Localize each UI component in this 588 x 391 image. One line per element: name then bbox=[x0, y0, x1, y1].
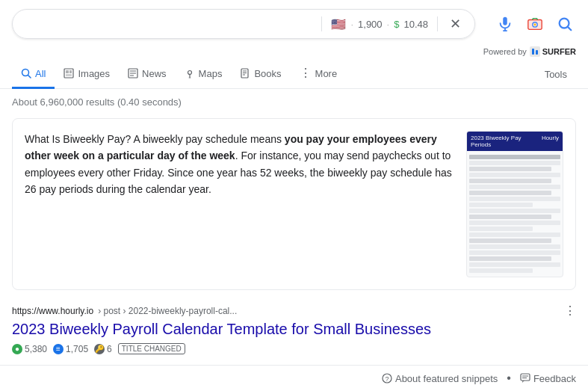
table-row-line bbox=[469, 197, 560, 201]
search-divider bbox=[321, 16, 322, 31]
table-row-line bbox=[469, 227, 533, 231]
table-row-line bbox=[469, 256, 551, 261]
tab-images-label: Images bbox=[78, 68, 110, 79]
surfer-icon bbox=[530, 46, 540, 57]
meta-item-3: 🔑 6 bbox=[94, 344, 112, 354]
result-breadcrumb: › post › 2022-biweekly-payroll-cal... bbox=[98, 306, 237, 316]
about-snippets-label: About featured snippets bbox=[395, 373, 498, 384]
svg-rect-13 bbox=[64, 69, 73, 78]
svg-rect-14 bbox=[66, 70, 69, 73]
about-snippets-link[interactable]: ? About featured snippets bbox=[382, 373, 498, 384]
table-row-line bbox=[469, 268, 533, 273]
snippet-image[interactable]: 2023 Biweekly Pay Periods Hourly bbox=[466, 131, 563, 277]
tab-maps[interactable]: Maps bbox=[176, 61, 232, 89]
snippet-image-body bbox=[467, 151, 563, 277]
image-subtitle: Hourly bbox=[542, 135, 559, 148]
table-row-line bbox=[469, 161, 560, 165]
table-row-line bbox=[469, 179, 551, 183]
nav-tabs-right: Tools bbox=[536, 61, 576, 87]
powered-by-row: Powered by SURFER bbox=[0, 45, 588, 60]
camera-button[interactable] bbox=[524, 13, 546, 35]
meta-item-1: ● 5,380 bbox=[12, 344, 47, 354]
table-row-line bbox=[469, 238, 551, 243]
dollar-icon: $ bbox=[394, 19, 399, 30]
table-row-line bbox=[469, 191, 551, 195]
tab-news[interactable]: News bbox=[119, 61, 176, 89]
mic-button[interactable] bbox=[494, 13, 516, 35]
meta-value-1: 5,380 bbox=[25, 344, 47, 354]
tab-books-label: Books bbox=[254, 68, 281, 79]
svg-rect-16 bbox=[66, 74, 72, 76]
meta-value-3: 6 bbox=[107, 344, 112, 354]
result-title-link[interactable]: 2023 Biweekly Payroll Calendar Template … bbox=[12, 319, 576, 339]
meta-dot-2: · bbox=[387, 19, 390, 30]
table-row-line bbox=[469, 221, 560, 225]
snippet-image-header: 2023 Biweekly Pay Periods Hourly bbox=[467, 132, 563, 151]
tab-all-label: All bbox=[35, 68, 46, 79]
table-row-line bbox=[469, 203, 533, 207]
table-row-line bbox=[469, 155, 560, 159]
feedback-link[interactable]: Feedback bbox=[520, 373, 576, 384]
tab-books[interactable]: Books bbox=[231, 61, 290, 89]
bottom-bar: ? About featured snippets • Feedback bbox=[0, 365, 588, 391]
meta-item-2: ≡ 1,705 bbox=[53, 344, 88, 354]
search-action-icons bbox=[494, 13, 576, 35]
books-tab-icon bbox=[240, 68, 250, 78]
search-button[interactable] bbox=[554, 13, 576, 35]
svg-rect-10 bbox=[536, 50, 538, 55]
search-tab-icon bbox=[21, 68, 31, 78]
meta-icon-blue: ≡ bbox=[53, 344, 64, 354]
result-more-button[interactable]: ⋮ bbox=[564, 304, 576, 318]
tab-images[interactable]: Images bbox=[55, 61, 119, 89]
meta-value-2: 1,705 bbox=[66, 344, 88, 354]
svg-rect-0 bbox=[503, 17, 507, 25]
featured-snippet: What Is Biweekly Pay? A biweekly pay sch… bbox=[12, 118, 576, 290]
result-meta: ● 5,380 ≡ 1,705 🔑 6 TITLE CHANGED bbox=[12, 343, 576, 354]
title-changed-badge: TITLE CHANGED bbox=[118, 343, 185, 354]
more-dots-icon: ⋮ bbox=[300, 67, 312, 79]
tab-more-label: More bbox=[315, 68, 338, 79]
snippet-text: What Is Biweekly Pay? A biweekly pay sch… bbox=[25, 131, 454, 198]
table-row-line bbox=[469, 244, 560, 249]
tab-news-label: News bbox=[142, 68, 167, 79]
table-row-line bbox=[469, 173, 560, 177]
flag-icon: 🇺🇸 bbox=[331, 17, 346, 31]
search-meta: 🇺🇸 · 1,900 · $ 10.48 bbox=[331, 17, 428, 31]
tab-more[interactable]: ⋮ More bbox=[291, 60, 347, 89]
meta-icon-dark: 🔑 bbox=[94, 344, 105, 354]
tools-button[interactable]: Tools bbox=[536, 61, 576, 87]
result-url: https://www.hourly.io bbox=[12, 306, 93, 316]
search-bar-container: biweekly pay schedule 🇺🇸 · 1,900 · $ 10.… bbox=[0, 0, 588, 45]
svg-line-8 bbox=[568, 27, 571, 30]
result-url-row: https://www.hourly.io › post › 2022-biwe… bbox=[12, 304, 576, 318]
question-circle-icon: ? bbox=[382, 373, 392, 384]
search-bar: biweekly pay schedule 🇺🇸 · 1,900 · $ 10.… bbox=[12, 9, 475, 39]
meta-icon-green: ● bbox=[12, 344, 22, 354]
powered-by-label: Powered by bbox=[483, 47, 527, 56]
search-result: https://www.hourly.io › post › 2022-biwe… bbox=[0, 296, 588, 362]
svg-rect-29 bbox=[521, 374, 530, 381]
svg-rect-9 bbox=[532, 49, 534, 55]
meta-dot-1: · bbox=[350, 19, 353, 30]
feedback-icon bbox=[520, 373, 530, 384]
table-row-line bbox=[469, 262, 560, 267]
table-row-line bbox=[469, 250, 560, 255]
results-count: About 6,960,000 results (0.40 seconds) bbox=[12, 96, 182, 108]
tab-maps-label: Maps bbox=[199, 68, 223, 79]
surfer-brand: SURFER bbox=[542, 47, 576, 56]
image-title: 2023 Biweekly Pay Periods bbox=[471, 135, 542, 148]
table-row-line bbox=[469, 209, 560, 213]
snippet-text-before: What Is Biweekly Pay? A biweekly pay sch… bbox=[25, 133, 285, 145]
table-row-line bbox=[469, 233, 560, 237]
svg-rect-15 bbox=[69, 70, 72, 73]
tab-all[interactable]: All bbox=[12, 61, 55, 89]
search-input[interactable]: biweekly pay schedule bbox=[23, 17, 312, 31]
table-row-line bbox=[469, 185, 560, 189]
svg-text:?: ? bbox=[385, 375, 389, 383]
search-divider-2 bbox=[437, 16, 438, 31]
close-icon[interactable]: ✕ bbox=[447, 16, 464, 32]
svg-line-12 bbox=[28, 76, 31, 78]
svg-point-22 bbox=[188, 77, 191, 78]
table-row-line bbox=[469, 167, 551, 171]
nav-tabs: All Images News Maps bbox=[0, 60, 588, 89]
